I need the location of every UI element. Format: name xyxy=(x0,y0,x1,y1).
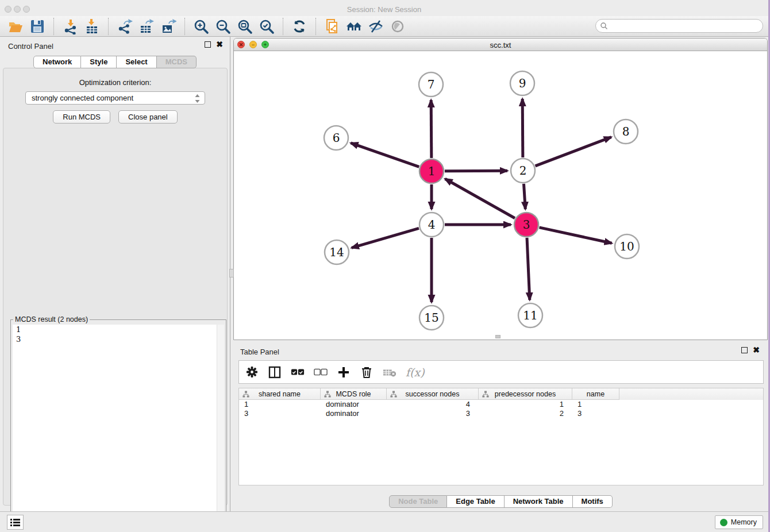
mcds-result-line: 1 xyxy=(13,325,224,334)
application-window: Session: New Session xyxy=(0,0,768,532)
graph-edge-1-6[interactable] xyxy=(351,143,419,167)
column-label: predecessor nodes xyxy=(495,390,556,398)
table-cell: 1 xyxy=(239,400,321,409)
column-label: MCDS role xyxy=(336,390,371,398)
close-panel-icon[interactable]: ✖ xyxy=(216,41,223,48)
tab-node-table[interactable]: Node Table xyxy=(389,495,447,508)
graph-edge-1-7[interactable] xyxy=(431,100,432,158)
control-panel-title: Control Panel xyxy=(8,42,53,51)
graph-edge-3-10[interactable] xyxy=(539,228,611,243)
column-header-successor-nodes[interactable]: successor nodes xyxy=(387,388,479,400)
task-history-button[interactable] xyxy=(7,515,24,530)
network-window-titlebar[interactable]: ✕ − + scc.txt xyxy=(234,38,767,51)
column-header-MCDS-role[interactable]: MCDS role xyxy=(321,388,387,400)
criterion-selected-value: strongly connected component xyxy=(32,94,133,102)
export-network-icon[interactable] xyxy=(114,17,136,36)
add-column-icon[interactable] xyxy=(337,365,351,379)
column-header-name[interactable]: name xyxy=(572,388,619,400)
show-hidden-eye-icon[interactable] xyxy=(387,17,409,36)
select-chevrons-icon xyxy=(194,94,201,105)
graph-edge-3-11[interactable] xyxy=(527,238,530,300)
show-columns-icon[interactable] xyxy=(268,365,282,379)
float-table-panel-icon[interactable] xyxy=(741,347,748,353)
tab-style[interactable]: Style xyxy=(81,56,117,68)
graph-node-label-14: 14 xyxy=(329,245,344,259)
column-header-predecessor-nodes[interactable]: predecessor nodes xyxy=(479,388,572,400)
graph-edge-2-9[interactable] xyxy=(522,99,523,157)
table-panel-title: Table Panel xyxy=(240,348,279,356)
graph-node-label-7: 7 xyxy=(428,78,435,91)
tab-network[interactable]: Network xyxy=(33,56,81,68)
delete-column-trash-icon[interactable] xyxy=(360,365,374,379)
canvas-hscroll-thumb[interactable] xyxy=(495,335,500,338)
column-tree-icon xyxy=(390,391,397,399)
graph-edge-3-1[interactable] xyxy=(445,179,515,218)
tab-network-table[interactable]: Network Table xyxy=(505,495,573,508)
graph-node-label-6: 6 xyxy=(333,131,340,145)
graph-edge-4-14[interactable] xyxy=(352,228,419,248)
table-panel-header: Table Panel ✖ xyxy=(233,342,768,360)
tab-edge-table[interactable]: Edge Table xyxy=(447,495,504,508)
node-table[interactable]: shared nameMCDS rolesuccessor nodesprede… xyxy=(238,388,764,485)
run-mcds-button[interactable]: Run MCDS xyxy=(53,110,110,124)
tab-motifs[interactable]: Motifs xyxy=(573,495,613,508)
list-icon xyxy=(10,518,20,527)
open-session-icon[interactable] xyxy=(5,17,26,36)
close-panel-button[interactable]: Close panel xyxy=(118,110,178,124)
zoom-out-icon[interactable] xyxy=(212,17,234,36)
mcds-result-textarea[interactable]: 13 xyxy=(13,325,224,530)
close-table-panel-icon[interactable]: ✖ xyxy=(753,347,760,353)
refresh-network-icon[interactable] xyxy=(288,17,310,36)
network-canvas[interactable]: 7968124314101511 xyxy=(234,51,767,340)
column-header-shared-name[interactable]: shared name xyxy=(239,388,321,400)
table-cell: 1 xyxy=(572,400,619,409)
zoom-fit-icon[interactable] xyxy=(234,17,256,36)
clone-network-icon[interactable] xyxy=(321,17,343,36)
import-table-icon[interactable] xyxy=(81,17,103,36)
table-row[interactable]: 1dominator411 xyxy=(239,400,763,409)
graph-node-label-4: 4 xyxy=(428,218,436,232)
graph-node-label-2: 2 xyxy=(519,164,527,178)
delete-table-disabled-icon xyxy=(383,365,396,379)
save-session-icon[interactable] xyxy=(26,17,48,36)
table-cell: dominator xyxy=(321,409,387,418)
function-builder-icon: f(x) xyxy=(406,366,425,379)
graph-edge-2-8[interactable] xyxy=(536,137,611,166)
export-table-icon[interactable] xyxy=(136,17,157,36)
table-settings-gear-icon[interactable] xyxy=(245,365,259,379)
home-layout-icon[interactable] xyxy=(343,17,365,36)
mcds-result-line: 3 xyxy=(13,334,224,344)
search-input[interactable] xyxy=(608,21,763,31)
graph-edge-1-2[interactable] xyxy=(445,171,507,171)
deselect-all-columns-icon[interactable] xyxy=(314,365,328,379)
memory-button[interactable]: Memory xyxy=(715,515,763,529)
hide-selected-eye-icon[interactable] xyxy=(365,17,387,36)
column-label: name xyxy=(587,390,605,398)
search-box[interactable] xyxy=(595,19,763,33)
graph-edge-2-3[interactable] xyxy=(523,184,525,209)
optimization-criterion-select[interactable]: strongly connected component xyxy=(25,91,205,105)
panel-splitter-handle[interactable] xyxy=(229,269,234,277)
table-cell: dominator xyxy=(321,400,387,409)
table-header-row: shared nameMCDS rolesuccessor nodesprede… xyxy=(239,388,763,400)
import-network-icon[interactable] xyxy=(59,17,81,36)
network-view-window: ✕ − + scc.txt 7968124314101511 xyxy=(233,38,768,340)
memory-label: Memory xyxy=(731,518,757,526)
network-graph[interactable]: 7968124314101511 xyxy=(234,51,767,340)
tab-select[interactable]: Select xyxy=(117,56,156,68)
zoom-in-icon[interactable] xyxy=(190,17,212,36)
table-cell: 3 xyxy=(572,409,619,418)
export-image-icon[interactable] xyxy=(157,17,179,36)
column-tree-icon xyxy=(482,391,489,399)
mcds-result-title: MCDS result (2 nodes) xyxy=(13,315,90,323)
result-scrollbar[interactable] xyxy=(217,325,224,530)
float-panel-icon[interactable] xyxy=(205,41,211,48)
select-all-columns-icon[interactable] xyxy=(291,365,305,379)
column-tree-icon xyxy=(324,391,331,399)
toolbar-separator xyxy=(315,18,316,35)
tab-mcds[interactable]: MCDS xyxy=(157,56,197,68)
graph-node-label-8: 8 xyxy=(622,125,630,138)
zoom-selected-icon[interactable] xyxy=(256,17,278,36)
control-panel: Control Panel ✖ NetworkStyleSelectMCDS O… xyxy=(0,37,230,511)
table-row[interactable]: 3dominator323 xyxy=(239,409,763,418)
